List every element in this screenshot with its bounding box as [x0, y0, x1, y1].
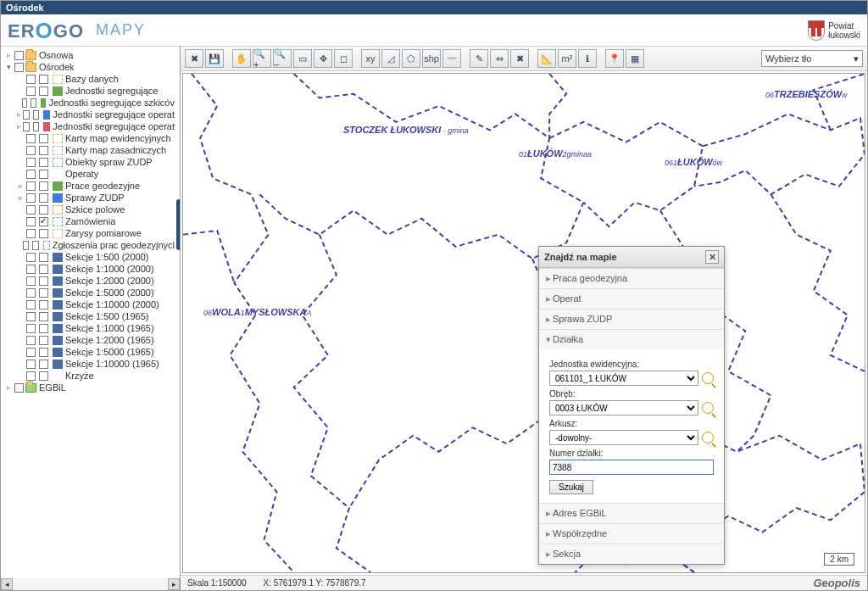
checkbox[interactable]	[39, 158, 48, 167]
checkbox[interactable]	[39, 288, 48, 298]
acc-dzialka[interactable]: ▾Działka	[539, 329, 724, 349]
swap-button[interactable]: ⇔	[490, 49, 509, 68]
tree-item[interactable]: Sekcje 1:2000 (1965)	[1, 334, 180, 346]
checkbox[interactable]	[39, 205, 48, 215]
tree-item[interactable]: ▹Osnowa	[1, 49, 180, 61]
selection-button[interactable]: ◻	[334, 49, 353, 68]
save-button[interactable]: 💾	[205, 49, 224, 68]
tree-item[interactable]: Karty map ewidencyjnych	[1, 132, 180, 144]
triangle-button[interactable]: 📐	[537, 49, 556, 68]
goto-xy-button[interactable]: xy	[361, 49, 380, 68]
edit-button[interactable]: ✎	[470, 49, 488, 68]
tree-item[interactable]: Sekcje 1:2000 (2000)	[1, 275, 180, 287]
marker-button[interactable]: 📍	[605, 49, 624, 68]
tree-item[interactable]: Karty map zasadniczych	[1, 144, 180, 156]
twisty-icon[interactable]: ▹	[16, 181, 25, 190]
tree-item[interactable]: Zgłoszenia prac geodezyjnycl	[1, 239, 180, 251]
tree-item[interactable]: Sekcje 1:1000 (1965)	[1, 322, 180, 334]
checkbox[interactable]	[39, 253, 48, 262]
tree-item[interactable]: Krzyże	[1, 370, 180, 382]
tree-item[interactable]: Obiekty spraw ZUDP	[1, 156, 180, 168]
search-icon[interactable]	[702, 432, 714, 443]
tree-item[interactable]: ▾Ośrodek	[1, 61, 180, 73]
checkbox[interactable]	[31, 98, 36, 108]
tree-item[interactable]: Sekcje 1:5000 (2000)	[1, 287, 180, 298]
tree-item[interactable]: Sekcje 1:5000 (1965)	[1, 346, 180, 358]
tree-item[interactable]: ▹EGBiL	[1, 382, 180, 393]
checkbox[interactable]	[39, 312, 48, 321]
tree-item[interactable]: Jednostki segregujące szkicóv	[1, 97, 180, 109]
delete-button[interactable]: ✖	[510, 49, 529, 68]
checkbox[interactable]	[39, 348, 48, 357]
twisty-icon[interactable]: ▹	[16, 110, 21, 119]
twisty-icon[interactable]: ▹	[4, 51, 13, 59]
tree-item[interactable]: Jednostki segregujące	[1, 85, 180, 97]
checkbox[interactable]	[26, 193, 36, 203]
acc-adres[interactable]: ▸Adres EGBiL	[539, 503, 724, 523]
info-button[interactable]: ℹ	[578, 49, 597, 68]
tree-item[interactable]: Sekcje 1:500 (2000)	[1, 251, 180, 263]
checkbox[interactable]	[26, 134, 36, 143]
checkbox[interactable]	[26, 360, 36, 369]
zoom-in-button[interactable]: 🔍+	[253, 49, 271, 68]
acc-sekcja[interactable]: ▸Sekcja	[539, 544, 724, 564]
tree-item[interactable]: ▹Prace geodezyjne	[1, 180, 180, 192]
tree-item[interactable]: ▹Jednostki segregujące operat	[1, 120, 180, 132]
dialog-title-bar[interactable]: Znajdź na mapie ✕	[539, 247, 724, 268]
checkbox[interactable]	[39, 134, 48, 143]
tree-item[interactable]: Sekcje 1:10000 (2000)	[1, 298, 180, 310]
checkbox[interactable]	[26, 205, 36, 215]
tree-item[interactable]: ▹Sprawy ZUDP	[1, 192, 180, 204]
checkbox[interactable]	[26, 371, 36, 381]
layer-tree-sidebar[interactable]: ▹Osnowa▾OśrodekBazy danychJednostki segr…	[1, 47, 181, 590]
checkbox[interactable]	[39, 181, 48, 191]
tree-item[interactable]: Bazy danych	[1, 73, 180, 85]
shp-button[interactable]: shp	[422, 49, 441, 68]
close-icon[interactable]: ✕	[705, 250, 719, 264]
checkbox[interactable]	[39, 86, 48, 96]
tree-item[interactable]: ▹Jednostki segregujące operat	[1, 109, 180, 120]
twisty-icon[interactable]: ▹	[16, 193, 25, 202]
checkbox[interactable]	[39, 229, 48, 238]
tree-item[interactable]: Sekcje 1:500 (1965)	[1, 310, 180, 322]
szukaj-button[interactable]: Szukaj	[549, 480, 593, 494]
checkbox[interactable]	[26, 324, 36, 333]
checkbox[interactable]	[32, 241, 38, 250]
area-button[interactable]: m²	[558, 49, 576, 68]
tree-item[interactable]: Sekcje 1:10000 (1965)	[1, 358, 180, 370]
checkbox[interactable]	[26, 348, 36, 357]
checkbox[interactable]	[26, 288, 36, 298]
checkbox[interactable]	[26, 276, 36, 286]
tree-item[interactable]: Sekcje 1:1000 (2000)	[1, 263, 180, 275]
checkbox[interactable]	[23, 110, 30, 120]
checkbox[interactable]	[26, 170, 36, 179]
checkbox[interactable]	[39, 336, 48, 345]
jednostka-select[interactable]: 061101_1 ŁUKÓW	[549, 371, 698, 386]
acc-sprawa[interactable]: ▸Sprawa ZUDP	[539, 309, 724, 329]
full-extent-button[interactable]: ✥	[314, 49, 332, 68]
checkbox[interactable]	[23, 122, 30, 131]
checkbox[interactable]	[14, 63, 24, 72]
checkbox[interactable]	[39, 170, 48, 179]
scroll-right-icon[interactable]: ▸	[168, 578, 180, 590]
checkbox[interactable]	[26, 181, 36, 191]
checkbox[interactable]	[14, 51, 24, 60]
arkusz-select[interactable]: -dowolny-	[549, 430, 698, 445]
sidebar-scroll-h[interactable]: ◂ ▸	[1, 578, 180, 590]
numer-dzialki-input[interactable]	[549, 460, 714, 475]
acc-praca[interactable]: ▸Praca geodezyjna	[539, 268, 724, 288]
map-view[interactable]: 2 km Znajdź na mapie ✕ ▸Praca geodezyjna…	[182, 73, 865, 573]
obreb-select[interactable]: 0003 ŁUKÓW	[549, 400, 698, 415]
checkbox[interactable]	[33, 110, 40, 120]
tree-item[interactable]: Zamówienia	[1, 215, 180, 227]
checkbox[interactable]	[26, 86, 36, 96]
measure-angle-button[interactable]: ◿	[381, 49, 400, 68]
checkbox[interactable]	[26, 300, 36, 309]
zoom-out-button[interactable]: 🔍−	[273, 49, 292, 68]
checkbox[interactable]	[39, 146, 48, 155]
checkbox[interactable]	[39, 276, 48, 286]
polygon-button[interactable]: ⬠	[402, 49, 420, 68]
tree-item[interactable]: Szkice polowe	[1, 204, 180, 215]
twisty-icon[interactable]: ▹	[16, 122, 21, 131]
checkbox[interactable]	[22, 98, 27, 108]
